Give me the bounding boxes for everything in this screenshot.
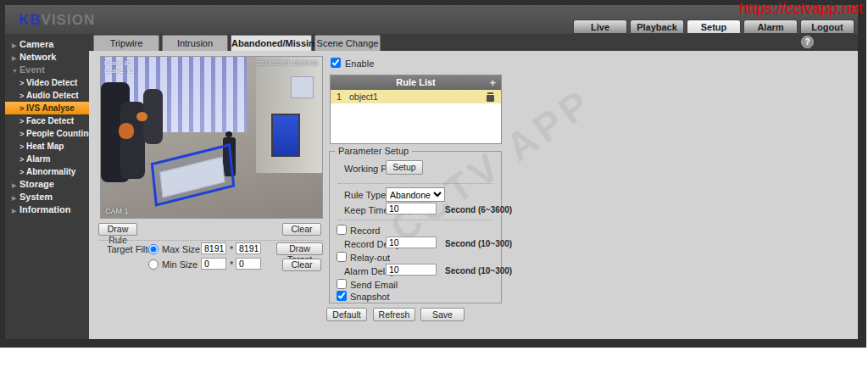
record-checkbox[interactable]: [337, 225, 347, 235]
rule-polygon[interactable]: [151, 143, 235, 207]
relay-out-label: Relay-out: [350, 253, 390, 263]
keep-time-unit: Second (6~3600): [445, 205, 512, 214]
min-width-input[interactable]: [201, 258, 226, 270]
nav-setup-button[interactable]: Setup: [687, 19, 741, 34]
child-arrow-icon: >: [19, 103, 26, 115]
sidebar-item-system[interactable]: ▶System: [5, 191, 89, 203]
keep-time-input[interactable]: [386, 203, 437, 214]
tab-abandoned-missing[interactable]: Abandoned/Missing: [231, 35, 312, 51]
child-arrow-icon: >: [19, 115, 26, 128]
chevron-down-icon: ▼: [12, 64, 19, 77]
sidebar-item-camera[interactable]: ▶Camera: [5, 38, 89, 51]
sidebar-item-network[interactable]: ▶Network: [5, 51, 89, 64]
snapshot-label: Snapshot: [350, 292, 389, 302]
top-header: KBVISION Live Playback Setup Alarm Logou…: [5, 5, 858, 34]
rule-list-row[interactable]: 1 object1: [331, 90, 501, 103]
osd-cam-label: CAM 1: [105, 207, 129, 215]
draw-target-button[interactable]: Draw Target: [276, 242, 323, 255]
record-delay-unit: Second (10~300): [445, 239, 512, 248]
chevron-right-icon: ▶: [12, 192, 19, 204]
delete-rule-icon[interactable]: [487, 92, 494, 102]
working-period-setup-button[interactable]: Setup: [386, 160, 423, 175]
rule-list-table: Rule List + 1 object1: [330, 75, 502, 144]
ivs-tabs: Tripwire Intrusion Abandoned/Missing Sce…: [93, 35, 381, 51]
max-size-radio[interactable]: [148, 244, 159, 254]
sidebar-item-information[interactable]: ▶Information: [5, 203, 89, 216]
video-preview[interactable]: Enter: 82 Leave: 75 2019-12-11 16:37:21 …: [100, 56, 323, 219]
rule-type-label: Rule Type: [344, 190, 386, 200]
enable-checkbox[interactable]: [331, 58, 341, 68]
nav-playback-button[interactable]: Playback: [630, 19, 684, 34]
rule-type-select[interactable]: Abandoned: [386, 187, 445, 202]
nav-logout-button[interactable]: Logout: [800, 19, 854, 34]
min-size-label: Min Size: [162, 259, 198, 270]
send-email-checkbox[interactable]: [337, 279, 347, 289]
wall-poster: [291, 76, 313, 99]
sidebar-item-event[interactable]: ▼Event: [5, 64, 89, 76]
chevron-right-icon: ▶: [12, 204, 19, 217]
refresh-button[interactable]: Refresh: [373, 308, 415, 321]
parameter-setup-group: Parameter Setup Working Period Setup Rul…: [329, 151, 502, 303]
divider: [98, 240, 323, 241]
sidebar-item-face-detect[interactable]: >Face Detect: [5, 114, 89, 127]
chevron-right-icon: ▶: [12, 179, 19, 192]
add-rule-icon[interactable]: +: [489, 75, 496, 90]
send-email-label: Send Email: [350, 280, 398, 290]
orange-bag: [136, 112, 147, 121]
parameter-setup-legend: Parameter Setup: [335, 146, 412, 156]
record-label: Record: [350, 225, 380, 236]
osd-timestamp: 2019-12-11 16:37:21: [256, 59, 319, 67]
tab-scene-change[interactable]: Scene Change: [314, 35, 381, 51]
default-button[interactable]: Default: [326, 308, 367, 321]
relay-out-checkbox[interactable]: [337, 252, 347, 262]
sidebar-item-audio-detect[interactable]: >Audio Detect: [5, 89, 89, 102]
tab-strip: Tripwire Intrusion Abandoned/Missing Sce…: [5, 34, 858, 51]
divider: [338, 183, 492, 184]
child-arrow-icon: >: [19, 90, 26, 103]
sidebar: ▶Camera ▶Network ▼Event >Video Detect >A…: [5, 34, 89, 339]
tab-tripwire[interactable]: Tripwire: [93, 35, 159, 51]
sidebar-item-heat-map[interactable]: >Heat Map: [5, 140, 89, 153]
osd-counter-overlay: Enter: 82 Leave: 75: [104, 59, 134, 75]
snapshot-checkbox[interactable]: [337, 291, 347, 301]
record-delay-input[interactable]: [386, 237, 437, 248]
main-nav: Live Playback Setup Alarm Logout: [573, 19, 854, 34]
screenshot-root: KBVISION Live Playback Setup Alarm Logou…: [0, 0, 868, 373]
content-panel: CCTV APP Enter: 82 Leave: 75 20: [89, 51, 858, 339]
alarm-delay-unit: Second (10~300): [445, 266, 512, 276]
sidebar-item-storage[interactable]: ▶Storage: [5, 178, 89, 191]
rule-number: 1: [337, 90, 342, 103]
min-size-radio[interactable]: [148, 259, 159, 270]
multiply-sign: *: [230, 259, 233, 270]
rule-name: object1: [349, 90, 378, 103]
draw-rule-button[interactable]: Draw Rule: [98, 223, 137, 236]
nav-live-button[interactable]: Live: [573, 19, 627, 34]
max-height-input[interactable]: [236, 242, 261, 254]
sidebar-item-people-counting[interactable]: >People Counting: [5, 127, 89, 140]
tab-intrusion[interactable]: Intrusion: [162, 35, 228, 51]
sidebar-item-ivs-analyse[interactable]: >IVS Analyse: [5, 102, 89, 114]
brand-logo-kb: KB: [19, 12, 42, 28]
brand-logo: KBVISION: [19, 12, 95, 29]
chevron-right-icon: ▶: [12, 52, 19, 64]
sidebar-item-alarm[interactable]: >Alarm: [5, 153, 89, 165]
sidebar-item-abnormality[interactable]: >Abnormality: [5, 165, 89, 178]
min-height-input[interactable]: [236, 258, 261, 270]
clear-rule-button[interactable]: Clear: [282, 223, 321, 236]
help-icon[interactable]: ?: [801, 36, 814, 48]
nav-alarm-button[interactable]: Alarm: [743, 19, 798, 34]
chevron-right-icon: ▶: [12, 39, 19, 52]
app-frame: KBVISION Live Playback Setup Alarm Logou…: [0, 0, 866, 348]
rule-list-header: Rule List +: [331, 75, 501, 90]
clear-target-button[interactable]: Clear: [282, 259, 321, 271]
multiply-sign: *: [230, 244, 233, 254]
child-arrow-icon: >: [19, 77, 26, 90]
save-button[interactable]: Save: [420, 308, 465, 321]
sidebar-item-video-detect[interactable]: >Video Detect: [5, 76, 89, 89]
alarm-delay-input[interactable]: [386, 264, 437, 276]
child-arrow-icon: >: [19, 128, 26, 141]
child-arrow-icon: >: [19, 141, 26, 153]
max-width-input[interactable]: [201, 242, 226, 254]
enable-label: Enable: [345, 58, 374, 69]
child-arrow-icon: >: [19, 153, 26, 166]
